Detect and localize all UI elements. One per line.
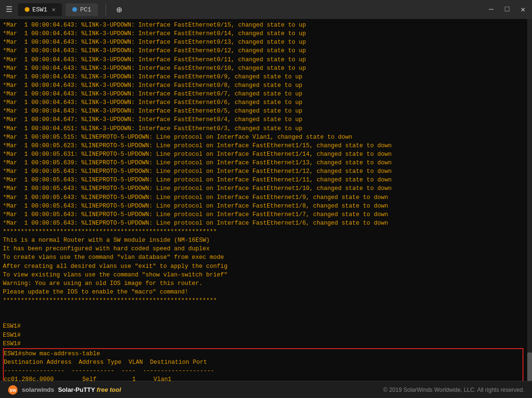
- info-line: To create vlans use the command "vlan da…: [3, 253, 529, 262]
- table-row: cc01.288c.0000 Self 1 Vlan1: [4, 375, 522, 381]
- terminal-wrapper: *Mar 1 00:00:04.643: %LINK-3-UPDOWN: Int…: [0, 19, 532, 381]
- log-line: *Mar 1 00:00:05.643: %LINEPROTO-5-UPDOWN…: [3, 210, 529, 219]
- log-line: *Mar 1 00:00:05.643: %LINEPROTO-5-UPDOWN…: [3, 202, 529, 210]
- footer-free-label: free tool: [97, 386, 121, 393]
- prompt-line: ESW1#: [3, 331, 529, 340]
- log-line: *Mar 1 00:00:04.643: %LINK-3-UPDOWN: Int…: [3, 90, 529, 98]
- log-line: *Mar 1 00:00:05.643: %LINEPROTO-5-UPDOWN…: [3, 184, 529, 193]
- log-line: *Mar 1 00:00:04.643: %LINK-3-UPDOWN: Int…: [3, 38, 529, 47]
- info-line: ****************************************…: [3, 296, 529, 305]
- log-line: *Mar 1 00:00:05.639: %LINEPROTO-5-UPDOWN…: [3, 159, 529, 167]
- maximize-button[interactable]: □: [502, 4, 513, 15]
- footer-product-text: Solar-PuTTY free tool: [58, 386, 121, 393]
- footer-copyright: © 2019 SolarWinds Worldwide, LLC. All ri…: [383, 387, 524, 393]
- prompt-line: ESW1#: [3, 340, 529, 348]
- tab-label-esw1: ESW1: [32, 6, 47, 13]
- scrollbar[interactable]: [527, 19, 532, 381]
- tab-dot-esw1: [25, 7, 29, 12]
- table-separator: ----------------- ------------ ---- ----…: [4, 367, 522, 375]
- title-bar-right: — □ ✕: [486, 4, 528, 15]
- log-line: *Mar 1 00:00:05.643: %LINEPROTO-5-UPDOWN…: [3, 167, 529, 176]
- menu-icon[interactable]: ☰: [4, 3, 14, 16]
- info-line: To view existing vlans use the command "…: [3, 271, 529, 279]
- tab-pc1[interactable]: PC1: [66, 3, 97, 16]
- tab-dot-pc1: [72, 7, 77, 12]
- log-line: *Mar 1 00:00:05.643: %LINEPROTO-5-UPDOWN…: [3, 219, 529, 227]
- log-line: *Mar 1 00:00:05.631: %LINEPROTO-5-UPDOWN…: [3, 150, 529, 159]
- log-line: *Mar 1 00:00:04.643: %LINK-3-UPDOWN: Int…: [3, 21, 529, 29]
- footer: sw solarwinds Solar-PuTTY free tool © 20…: [0, 381, 532, 398]
- info-line: This is a normal Router with a SW module…: [3, 236, 529, 245]
- tab-close-esw1[interactable]: ✕: [52, 6, 55, 13]
- blank-line: [3, 305, 529, 313]
- log-line: *Mar 1 00:00:04.647: %LINK-3-UPDOWN: Int…: [3, 115, 529, 124]
- scrollbar-thumb[interactable]: [527, 352, 532, 381]
- minimize-button[interactable]: —: [486, 4, 496, 15]
- log-line: *Mar 1 00:00:05.643: %LINEPROTO-5-UPDOWN…: [3, 193, 529, 202]
- title-bar-left: ☰ ESW1 ✕ PC1 ⊕: [4, 3, 486, 17]
- command-block: ESW1#show mac-address-tableDestination A…: [3, 348, 523, 381]
- info-line: Warning: You are using an old IOS image …: [3, 279, 529, 288]
- tab-esw1[interactable]: ESW1 ✕: [18, 3, 62, 16]
- log-line: *Mar 1 00:00:04.643: %LINK-3-UPDOWN: Int…: [3, 73, 529, 81]
- footer-left: sw solarwinds Solar-PuTTY free tool: [8, 385, 121, 395]
- log-line: *Mar 1 00:00:05.623: %LINEPROTO-5-UPDOWN…: [3, 142, 529, 150]
- command-line: ESW1#show mac-address-table: [4, 350, 522, 358]
- info-line: Please update the IOS to enable the "mac…: [3, 288, 529, 296]
- log-line: *Mar 1 00:00:04.651: %LINK-3-UPDOWN: Int…: [3, 124, 529, 133]
- close-button[interactable]: ✕: [518, 4, 528, 15]
- log-line: *Mar 1 00:00:04.643: %LINK-3-UPDOWN: Int…: [3, 64, 529, 73]
- solarwinds-logo: sw: [8, 385, 18, 395]
- separator-line: ****************************************…: [3, 227, 529, 236]
- log-line: *Mar 1 00:00:05.515: %LINEPROTO-5-UPDOWN…: [3, 133, 529, 142]
- table-header: Destination Address Address Type VLAN De…: [4, 358, 522, 367]
- log-line: *Mar 1 00:00:04.643: %LINK-3-UPDOWN: Int…: [3, 56, 529, 64]
- footer-brand-text: solarwinds: [22, 386, 54, 393]
- title-bar: ☰ ESW1 ✕ PC1 ⊕ — □ ✕: [0, 0, 532, 19]
- tab-separator: [106, 4, 106, 15]
- terminal-content[interactable]: *Mar 1 00:00:04.643: %LINK-3-UPDOWN: Int…: [0, 19, 532, 381]
- svg-text:sw: sw: [10, 388, 16, 393]
- add-tab-button[interactable]: ⊕: [114, 3, 125, 17]
- log-line: *Mar 1 00:00:04.643: %LINK-3-UPDOWN: Int…: [3, 47, 529, 55]
- log-line: *Mar 1 00:00:05.643: %LINEPROTO-5-UPDOWN…: [3, 176, 529, 184]
- tab-label-pc1: PC1: [80, 6, 91, 13]
- log-line: *Mar 1 00:00:04.643: %LINK-3-UPDOWN: Int…: [3, 107, 529, 115]
- prompt-line: ESW1#: [3, 322, 529, 331]
- info-line: It has been preconfigured with hard code…: [3, 245, 529, 253]
- log-line: *Mar 1 00:00:04.643: %LINK-3-UPDOWN: Int…: [3, 81, 529, 90]
- info-line: After creating all desired vlans use "ex…: [3, 262, 529, 271]
- log-line: *Mar 1 00:00:04.643: %LINK-3-UPDOWN: Int…: [3, 98, 529, 107]
- blank-line: [3, 313, 529, 322]
- solarwinds-icon: sw: [8, 385, 18, 395]
- log-line: *Mar 1 00:00:04.643: %LINK-3-UPDOWN: Int…: [3, 29, 529, 38]
